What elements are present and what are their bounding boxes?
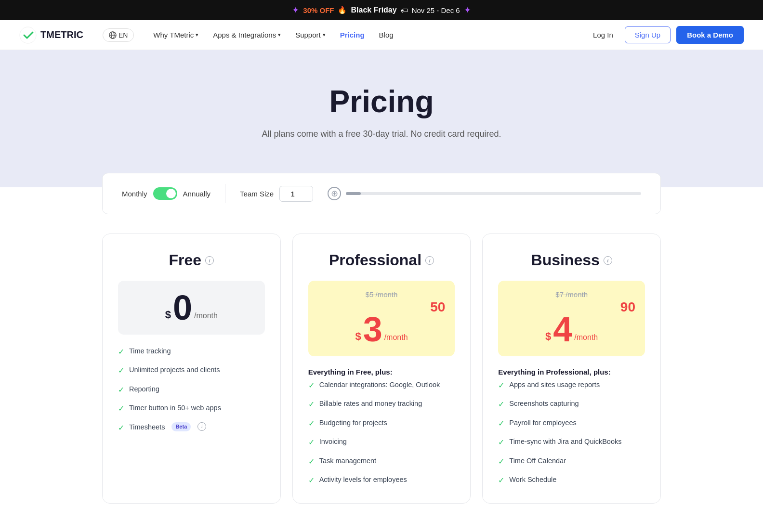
globe-icon: [109, 31, 117, 39]
nav-links: Why TMetric ▾ Apps & Integrations ▾ Supp…: [153, 31, 578, 39]
list-item: ✓ Time Off Calendar: [498, 456, 645, 467]
pro-price-number: 3: [363, 312, 382, 347]
list-item: ✓ Task management: [308, 456, 455, 467]
pricing-controls: Monthly Annually Team Size ⊕: [102, 173, 661, 214]
list-item: ✓ Budgeting for projects: [308, 418, 455, 429]
fire-icon: 🔥: [338, 6, 347, 14]
professional-plan-card: Professional i $5 /month 50 $ 3 /month E…: [292, 234, 471, 504]
pro-plan-name: Professional i: [308, 251, 455, 269]
check-icon: ✓: [308, 418, 315, 429]
check-icon: ✓: [498, 475, 504, 486]
free-price-box: $ 0 /month: [118, 281, 265, 335]
free-price-period: /month: [194, 311, 218, 325]
free-price-number: 0: [173, 290, 192, 325]
language-selector[interactable]: EN: [103, 28, 134, 42]
list-item: ✓ Apps and sites usage reports: [498, 380, 645, 391]
pricing-cards: Free i $ 0 /month ✓ Time tracking ✓ Unli…: [92, 229, 671, 523]
check-icon: ✓: [498, 456, 504, 467]
page-title: Pricing: [10, 84, 753, 119]
book-demo-button[interactable]: Book a Demo: [676, 26, 744, 44]
list-item: ✓ Invoicing: [308, 437, 455, 448]
pro-original-price: $5 /month: [318, 290, 446, 298]
check-icon: ✓: [308, 399, 315, 410]
star-left-icon: ✦: [292, 5, 299, 15]
business-feature-list: ✓ Apps and sites usage reports ✓ Screens…: [498, 380, 645, 486]
team-size-input[interactable]: [279, 186, 313, 202]
star-right-icon: ✦: [464, 5, 471, 15]
team-size-group: Team Size: [240, 186, 313, 202]
pro-feature-header: Everything in Free, plus:: [308, 368, 455, 376]
annually-label: Annually: [183, 190, 211, 198]
discount-text: 30% OFF: [303, 6, 334, 14]
business-original-price: $7 /month: [508, 290, 635, 298]
business-price-main: $ 4 /month: [508, 312, 635, 347]
business-price-period: /month: [574, 333, 598, 347]
business-info-icon[interactable]: i: [604, 256, 612, 265]
pro-info-icon[interactable]: i: [425, 256, 434, 265]
logo-text: TMETRIC: [40, 29, 83, 40]
nav-actions: Log In Sign Up Book a Demo: [587, 26, 744, 44]
black-friday-banner: ✦ 30% OFF 🔥 Black Friday 🏷 Nov 25 - Dec …: [0, 0, 763, 20]
hero-section: Pricing All plans come with a free 30-da…: [0, 50, 763, 187]
check-icon: ✓: [308, 475, 315, 486]
chevron-down-icon: ▾: [196, 32, 198, 38]
nav-pricing[interactable]: Pricing: [340, 31, 365, 39]
business-feature-header: Everything in Professional, plus:: [498, 368, 645, 376]
tag-icon: 🏷: [401, 6, 408, 14]
login-button[interactable]: Log In: [587, 27, 619, 43]
check-icon: ✓: [308, 380, 315, 391]
free-plan-card: Free i $ 0 /month ✓ Time tracking ✓ Unli…: [102, 234, 281, 504]
chevron-down-icon: ▾: [278, 32, 281, 38]
svg-point-0: [20, 27, 36, 43]
pro-price-period: /month: [384, 333, 408, 347]
business-plan-card: Business i $7 /month 90 $ 4 /month Every…: [482, 234, 661, 504]
nav-support[interactable]: Support ▾: [295, 31, 326, 39]
vertical-divider: [225, 184, 225, 203]
hero-subtitle: All plans come with a free 30-day trial.…: [10, 129, 753, 139]
slider-icon: ⊕: [328, 187, 341, 200]
lang-label: EN: [118, 31, 128, 39]
pro-price-dollar: $: [355, 330, 361, 347]
check-icon: ✓: [308, 456, 315, 467]
check-icon: ✓: [118, 365, 124, 376]
logo-link[interactable]: TMETRIC: [19, 26, 83, 44]
check-icon: ✓: [118, 403, 124, 414]
billing-toggle[interactable]: [153, 187, 177, 200]
business-price-box: $7 /month 90 $ 4 /month: [498, 281, 645, 356]
check-icon: ✓: [498, 399, 504, 410]
billing-toggle-group: Monthly Annually: [122, 187, 210, 200]
check-icon: ✓: [498, 437, 504, 448]
logo-icon: [19, 26, 37, 44]
business-plan-name: Business i: [498, 251, 645, 269]
monthly-label: Monthly: [122, 190, 147, 198]
free-info-icon[interactable]: i: [205, 256, 214, 265]
free-price-main: $ 0 /month: [128, 290, 255, 325]
free-plan-name: Free i: [118, 251, 265, 269]
list-item: ✓ Timer button in 50+ web apps: [118, 403, 265, 414]
check-icon: ✓: [118, 347, 124, 357]
pro-price-box: $5 /month 50 $ 3 /month: [308, 281, 455, 356]
nav-blog[interactable]: Blog: [379, 31, 394, 39]
list-item: ✓ Time tracking: [118, 346, 265, 357]
team-size-slider[interactable]: [346, 192, 641, 195]
business-price-dollar: $: [545, 330, 551, 347]
check-icon: ✓: [498, 380, 504, 391]
list-item: ✓ Screenshots capturing: [498, 399, 645, 410]
nav-apps-integrations[interactable]: Apps & Integrations ▾: [213, 31, 281, 39]
free-price-dollar: $: [165, 309, 171, 325]
check-icon: ✓: [118, 423, 124, 433]
nav-why-tmetric[interactable]: Why TMetric ▾: [153, 31, 198, 39]
beta-badge: Beta: [171, 422, 191, 431]
timesheets-info-icon[interactable]: i: [197, 422, 206, 431]
event-name: Black Friday: [351, 6, 396, 14]
list-item: ✓ Calendar integrations: Google, Outlook: [308, 380, 455, 391]
list-item: ✓ Activity levels for employees: [308, 475, 455, 486]
list-item: ✓ Work Schedule: [498, 475, 645, 486]
list-item: ✓ Reporting: [118, 384, 265, 395]
list-item: ✓ Billable rates and money tracking: [308, 399, 455, 410]
check-icon: ✓: [308, 437, 315, 448]
event-dates: Nov 25 - Dec 6: [412, 6, 460, 14]
signup-button[interactable]: Sign Up: [625, 26, 671, 43]
check-icon: ✓: [498, 418, 504, 429]
pro-feature-list: ✓ Calendar integrations: Google, Outlook…: [308, 380, 455, 486]
